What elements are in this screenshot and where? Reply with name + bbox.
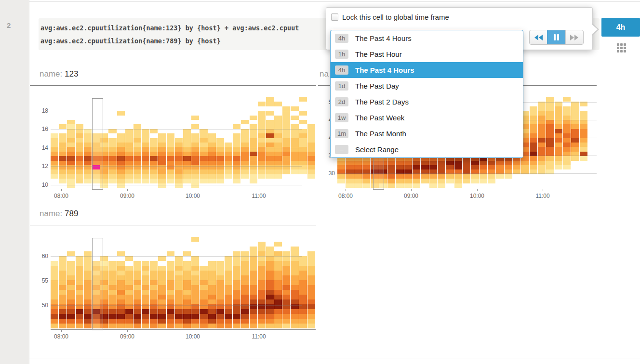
heatmap-cell bbox=[546, 147, 554, 151]
heatmap-cell bbox=[571, 138, 579, 143]
x-tick-label: 10:00 bbox=[186, 193, 200, 199]
heatmap-cell bbox=[282, 285, 290, 290]
heatmap-cell bbox=[471, 165, 479, 169]
heatmap-cell bbox=[142, 169, 149, 174]
heatmap-cell bbox=[225, 152, 232, 156]
heatmap-cell bbox=[125, 290, 133, 295]
heatmap-cell bbox=[282, 324, 290, 328]
heatmap-cell bbox=[362, 174, 370, 179]
heatmap-cell bbox=[454, 165, 462, 169]
timeframe-select-display[interactable]: 4h The Past 4 Hours bbox=[331, 30, 523, 46]
selection-box[interactable] bbox=[92, 238, 103, 330]
heatmap-cell bbox=[274, 124, 282, 129]
heatmap-cell bbox=[175, 309, 183, 314]
heatmap-cell bbox=[233, 299, 240, 304]
heatmap-cell bbox=[84, 169, 92, 174]
heatmap-cell bbox=[299, 324, 307, 328]
heatmap-cell bbox=[282, 129, 290, 133]
heatmap-cell bbox=[59, 152, 67, 156]
heatmap-cell bbox=[167, 271, 174, 275]
timeframe-option-1w[interactable]: 1wThe Past Week bbox=[331, 110, 523, 126]
timeframe-option-1h[interactable]: 1hThe Past Hour bbox=[331, 46, 523, 62]
forward-button[interactable] bbox=[565, 30, 583, 44]
heatmap-cell bbox=[67, 324, 75, 328]
heatmap-cell bbox=[150, 319, 158, 324]
heatmap-cell bbox=[404, 161, 412, 165]
heatmap-cell bbox=[225, 174, 232, 179]
heatmap-cell bbox=[446, 174, 453, 179]
heatmap-cell bbox=[233, 266, 240, 271]
heatmap-cell bbox=[233, 179, 240, 183]
heatmap-cell bbox=[84, 290, 92, 295]
grid-icon[interactable] bbox=[617, 43, 626, 52]
heatmap-cell bbox=[362, 161, 370, 165]
heatmap-cell bbox=[191, 275, 199, 280]
heatmap-cell bbox=[233, 261, 240, 266]
heatmap-cell bbox=[250, 143, 257, 147]
heatmap-cell bbox=[563, 124, 571, 129]
heatmap-cell bbox=[76, 133, 83, 138]
heatmap-cell bbox=[117, 285, 125, 290]
heatmap-cell bbox=[250, 290, 257, 295]
x-axis-tick bbox=[411, 189, 412, 191]
heatmap-cell bbox=[183, 138, 191, 143]
heatmap-cell bbox=[307, 299, 315, 304]
heatmap-cell bbox=[563, 129, 571, 133]
heatmap-cell bbox=[538, 124, 546, 129]
heatmap-cell bbox=[250, 319, 257, 324]
heatmap-cell bbox=[225, 271, 232, 275]
heatmap-cell bbox=[117, 295, 125, 299]
heatmap-cell bbox=[362, 179, 370, 183]
gridline bbox=[51, 111, 302, 111]
heatmap-cell bbox=[84, 156, 92, 160]
heatmap-cell bbox=[266, 174, 274, 179]
heatmap-cell bbox=[191, 314, 199, 319]
heatmap-cell bbox=[291, 290, 298, 295]
heatmap-cell bbox=[142, 179, 149, 183]
heatmap-cell bbox=[76, 266, 83, 271]
option-badge: 4h bbox=[335, 65, 348, 75]
heatmap-cell bbox=[233, 256, 240, 261]
heatmap-cell bbox=[413, 174, 420, 179]
gridline bbox=[51, 256, 302, 257]
heatmap-cell bbox=[59, 285, 67, 290]
heatmap-cell bbox=[291, 251, 298, 256]
heatmap-cell bbox=[233, 290, 240, 295]
heatmap-cell bbox=[108, 319, 116, 324]
heatmap-cell bbox=[291, 275, 298, 280]
timeframe-select: 4h The Past 4 Hours 1hThe Past Hour4hThe… bbox=[330, 30, 523, 158]
timeframe-option-1m[interactable]: 1mThe Past Month bbox=[331, 126, 523, 142]
heatmap-cell bbox=[76, 161, 83, 165]
heatmap-cell bbox=[421, 165, 428, 169]
heatmap-cell bbox=[225, 156, 232, 160]
heatmap-cell bbox=[274, 133, 282, 138]
heatmap-cell bbox=[216, 143, 224, 147]
option-label: The Past 2 Days bbox=[355, 98, 409, 106]
heatmap-cell bbox=[59, 275, 67, 280]
selection-box[interactable] bbox=[92, 98, 103, 190]
heatmap-cell bbox=[84, 275, 92, 280]
timeframe-option-1d[interactable]: 1dThe Past Day bbox=[331, 78, 523, 94]
timeframe-button[interactable]: 4h bbox=[601, 18, 640, 37]
heatmap-cell bbox=[76, 124, 83, 129]
heatmap-cell bbox=[84, 129, 92, 133]
heatmap-cell bbox=[183, 266, 191, 271]
pause-button[interactable] bbox=[547, 30, 565, 44]
heatmap-cell bbox=[488, 174, 495, 179]
timeframe-option-–[interactable]: –Select Range bbox=[331, 142, 523, 157]
heatmap-cell bbox=[117, 133, 125, 138]
rewind-button[interactable] bbox=[530, 30, 547, 44]
heatmap-cell bbox=[555, 138, 562, 143]
heatmap-cell bbox=[250, 261, 257, 266]
heatmap-cell bbox=[274, 143, 282, 147]
y-tick-label: 55 bbox=[29, 277, 48, 284]
heatmap-cell bbox=[387, 161, 395, 165]
heatmap-cell bbox=[133, 124, 141, 129]
timeframe-option-2d[interactable]: 2dThe Past 2 Days bbox=[331, 94, 523, 110]
heatmap-cell bbox=[225, 285, 232, 290]
timeframe-option-4h[interactable]: 4hThe Past 4 Hours bbox=[331, 62, 523, 78]
heatmap-cell bbox=[191, 324, 199, 328]
heatmap-cell bbox=[274, 242, 282, 247]
heatmap-cell bbox=[299, 152, 307, 156]
lock-checkbox[interactable] bbox=[331, 13, 338, 21]
